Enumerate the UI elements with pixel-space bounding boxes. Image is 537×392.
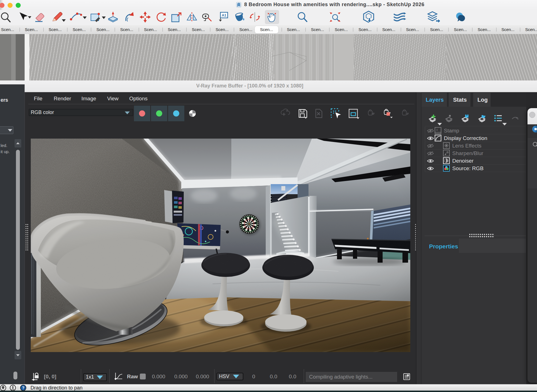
svg-text:?: ?: [22, 386, 25, 390]
svg-text:A1: A1: [222, 13, 227, 17]
svg-text:i: i: [437, 128, 437, 131]
